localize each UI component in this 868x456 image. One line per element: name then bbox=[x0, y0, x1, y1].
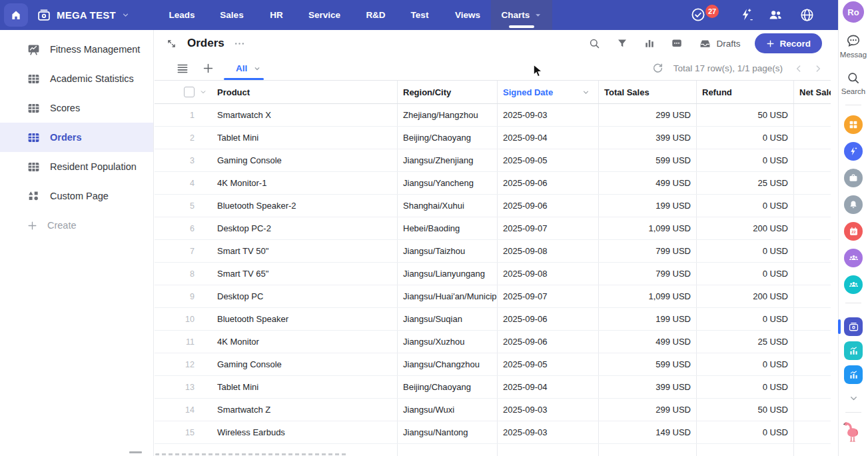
column-header-label: Product bbox=[217, 87, 250, 97]
chevron-down-icon[interactable] bbox=[199, 88, 207, 96]
table-row[interactable]: 7Smart TV 50"Jiangsu/Taizhou2025-09-0879… bbox=[155, 240, 831, 263]
table-row[interactable]: 3Gaming ConsoleJiangsu/Zhenjiang2025-09-… bbox=[155, 149, 831, 172]
column-header-total-sales[interactable]: Total Sales bbox=[599, 81, 697, 103]
horizontal-scrollbar[interactable] bbox=[155, 453, 347, 455]
top-nav-item-test[interactable]: Test bbox=[411, 0, 429, 30]
sidebar-item-custom-page[interactable]: Custom Page bbox=[0, 181, 153, 211]
refresh-icon[interactable] bbox=[651, 62, 664, 75]
comment-icon[interactable] bbox=[671, 37, 683, 49]
column-header-product[interactable]: Product bbox=[212, 81, 398, 103]
rail-chart-app-teal-icon[interactable] bbox=[844, 341, 863, 360]
pagination-bar: Total 17 row(s), 1/1 page(s) bbox=[651, 62, 823, 75]
top-nav-item-service[interactable]: Service bbox=[308, 0, 340, 30]
rail-automation-bolt-icon[interactable] bbox=[844, 142, 863, 161]
sidebar-item-resident-population[interactable]: Resident Population bbox=[0, 152, 153, 181]
rail-chevron-down-icon[interactable] bbox=[849, 393, 859, 403]
top-nav-item-rd[interactable]: R&D bbox=[366, 0, 385, 30]
rail-messages-button[interactable]: Messag bbox=[840, 33, 867, 59]
rail-apps-grid-icon[interactable] bbox=[844, 115, 863, 134]
sidebar-item-scores[interactable]: Scores bbox=[0, 93, 153, 123]
ai-bolt-icon[interactable] bbox=[737, 6, 755, 23]
rail-calendar-icon[interactable]: 22 bbox=[844, 222, 863, 241]
table-row[interactable]: 15Wireless EarbudsJiangsu/Nantong2025-09… bbox=[155, 421, 831, 444]
main-content: Orders bbox=[155, 30, 838, 456]
table-row[interactable]: 10Bluetooth SpeakerJiangsu/Suqian2025-09… bbox=[155, 308, 831, 331]
table-row[interactable]: 2Tablet MiniBeijing/Chaoyang2025-09-0439… bbox=[155, 127, 831, 149]
top-nav-item-views[interactable]: Views bbox=[455, 0, 480, 30]
column-header-label: Net Sales bbox=[799, 87, 831, 97]
more-menu-icon[interactable] bbox=[234, 38, 245, 49]
cell-refund: 0 USD bbox=[697, 263, 794, 285]
select-all-checkbox[interactable] bbox=[184, 87, 195, 97]
members-icon[interactable] bbox=[767, 6, 784, 23]
sidebar-item-label: Resident Population bbox=[50, 161, 137, 172]
drafts-button[interactable]: Drafts bbox=[699, 37, 740, 50]
table-row[interactable]: 114K MonitorJiangsu/Xuzhou2025-09-06499 … bbox=[155, 331, 831, 353]
rail-chart-app-blue-icon[interactable] bbox=[844, 365, 863, 384]
column-header-refund[interactable]: Refund bbox=[697, 81, 794, 103]
column-header-signed-date[interactable]: Signed Date bbox=[498, 81, 599, 103]
rail-search-button[interactable]: Search bbox=[841, 71, 865, 95]
table-row[interactable]: 9Desktop PCJiangsu/Huai'an/Municip2025-0… bbox=[155, 285, 831, 308]
cell-refund: 0 USD bbox=[697, 421, 794, 443]
table-row[interactable]: 14Smartwatch ZJiangsu/Wuxi2025-09-03299 … bbox=[155, 399, 831, 421]
home-icon bbox=[10, 9, 22, 21]
prev-page-icon[interactable] bbox=[793, 63, 804, 74]
cell-region: Hebei/Baoding bbox=[398, 217, 498, 239]
rail-briefcase-icon[interactable] bbox=[844, 169, 863, 187]
column-header-region-city[interactable]: Region/City bbox=[398, 81, 498, 103]
add-record-button[interactable]: Record bbox=[755, 33, 822, 53]
table-row[interactable]: 8Smart TV 65"Jiangsu/Lianyungang2025-09-… bbox=[155, 263, 831, 285]
rail-tables-app-icon[interactable] bbox=[844, 317, 863, 336]
search-icon[interactable] bbox=[588, 37, 601, 50]
next-page-icon[interactable] bbox=[813, 63, 823, 74]
rail-contacts-purple-icon[interactable] bbox=[844, 249, 863, 267]
view-tab-all[interactable]: All bbox=[236, 63, 261, 73]
rail-bell-icon[interactable] bbox=[844, 195, 863, 214]
cell-total-sales: 199 USD bbox=[599, 195, 697, 217]
cell-date: 2025-09-03 bbox=[498, 421, 599, 443]
globe-icon[interactable] bbox=[798, 6, 815, 23]
home-button[interactable] bbox=[4, 3, 28, 27]
tasks-check-icon[interactable] bbox=[689, 6, 707, 23]
view-list-icon[interactable] bbox=[176, 62, 189, 75]
sidebar-item-orders[interactable]: Orders bbox=[0, 123, 153, 152]
top-nav-item-hr[interactable]: HR bbox=[270, 0, 283, 30]
table-row[interactable]: 5Bluetooth Speaker-2Shanghai/Xuhui2025-0… bbox=[155, 195, 831, 217]
rail-contacts-teal-icon[interactable] bbox=[844, 275, 863, 294]
row-number: 7 bbox=[155, 240, 212, 262]
cell-date: 2025-09-07 bbox=[498, 285, 599, 307]
user-avatar[interactable]: Ro bbox=[843, 1, 864, 23]
row-number: 11 bbox=[155, 331, 212, 353]
empty-cell bbox=[498, 444, 599, 456]
table-row[interactable]: 12Gaming ConsoleJiangsu/Changzhou2025-09… bbox=[155, 353, 831, 376]
table-row[interactable]: 6Desktop PC-2Hebei/Baoding2025-09-071,09… bbox=[155, 217, 831, 240]
cell-total-sales: 1,099 USD bbox=[599, 285, 697, 307]
filter-icon[interactable] bbox=[616, 37, 628, 49]
chart-icon[interactable] bbox=[644, 37, 655, 49]
cell-product: Bluetooth Speaker bbox=[212, 308, 398, 330]
sidebar-item-fitness-management[interactable]: Fitness Management bbox=[0, 35, 153, 64]
table-row[interactable]: 44K Monitor-1Jiangsu/Yancheng2025-09-064… bbox=[155, 172, 831, 195]
table-row[interactable]: 1Smartwatch XZhejiang/Hangzhou2025-09-03… bbox=[155, 104, 831, 127]
cell-product: Wireless Earbuds bbox=[212, 421, 398, 443]
cell-date: 2025-09-06 bbox=[498, 195, 599, 217]
sidebar-item-academic-statistics[interactable]: Academic Statistics bbox=[0, 64, 153, 93]
row-count-text: Total 17 row(s), 1/1 page(s) bbox=[673, 63, 783, 73]
top-nav-item-sales[interactable]: Sales bbox=[220, 0, 243, 30]
cell-region: Shanghai/Xuhui bbox=[398, 195, 498, 217]
sidebar-bottom-handle bbox=[129, 451, 142, 453]
cell-total-sales: 299 USD bbox=[599, 104, 697, 126]
sidebar-create-button[interactable]: Create bbox=[0, 211, 153, 240]
cell-region: Jiangsu/Lianyungang bbox=[398, 263, 498, 285]
sort-chevron-icon[interactable] bbox=[582, 88, 590, 97]
expand-icon[interactable] bbox=[166, 38, 177, 49]
column-header-net-sales[interactable]: Net Sales bbox=[794, 81, 831, 103]
table-row[interactable]: 13Tablet MiniBeijing/Chaoyang2025-09-043… bbox=[155, 376, 831, 399]
cell-region: Jiangsu/Changzhou bbox=[398, 353, 498, 375]
cell-refund: 0 USD bbox=[697, 308, 794, 330]
top-nav-item-leads[interactable]: Leads bbox=[169, 0, 195, 30]
cell-refund: 200 USD bbox=[697, 217, 794, 239]
add-view-icon[interactable] bbox=[202, 62, 215, 75]
workspace-switcher[interactable]: MEGA TEST bbox=[37, 0, 130, 30]
